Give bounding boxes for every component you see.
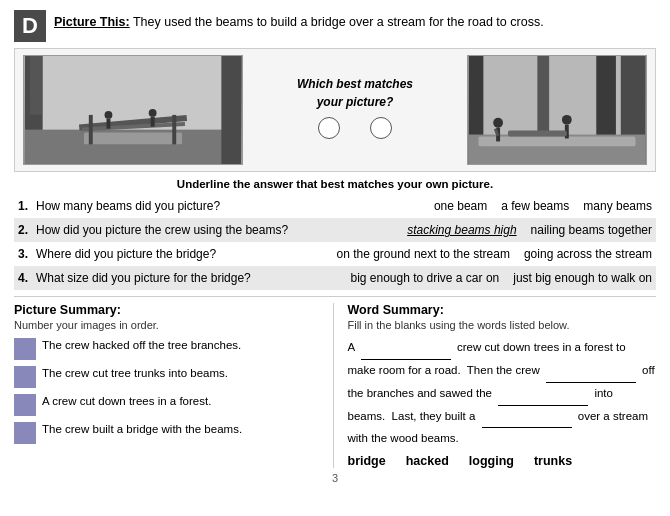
summary-item-text-2: The crew cut tree trunks into beams. [42, 365, 228, 381]
q3-ans2[interactable]: going across the stream [524, 245, 652, 263]
q3-number: 3. [18, 245, 36, 263]
underline-instruction: Underline the answer that best matches y… [14, 178, 656, 190]
question-row-1: 1. How many beams did you picture? one b… [14, 194, 656, 218]
picture-this-label: Picture This: [54, 15, 130, 29]
svg-rect-8 [172, 115, 176, 144]
svg-point-24 [562, 115, 572, 125]
summary-box-3 [14, 394, 36, 416]
q1-text: How many beams did you picture? [36, 197, 426, 215]
word-summary-title: Word Summary: [348, 303, 657, 317]
svg-rect-4 [84, 133, 182, 145]
question-row-3: 3. Where did you picture the bridge? on … [14, 242, 656, 266]
svg-rect-7 [89, 115, 93, 144]
circle-left[interactable] [318, 117, 340, 139]
q1-ans3[interactable]: many beams [583, 197, 652, 215]
header-section: D Picture This: They used the beams to b… [14, 10, 656, 42]
answer-circles [318, 117, 392, 139]
blank-3[interactable] [498, 383, 588, 406]
summary-box-4 [14, 422, 36, 444]
q1-answers: one beam a few beams many beams [434, 197, 652, 215]
svg-point-12 [149, 109, 157, 117]
picture-summary: Picture Summary: Number your images in o… [14, 303, 334, 468]
question-row-2: 2. How did you picture the crew using th… [14, 218, 656, 242]
header-sentence: They used the beams to build a bridge ov… [130, 15, 544, 29]
summary-item-text-1: The crew hacked off the tree branches. [42, 337, 241, 353]
circle-right[interactable] [370, 117, 392, 139]
word-bank-item-2: hacked [406, 454, 449, 468]
page: D Picture This: They used the beams to b… [0, 0, 670, 516]
image-section: Which best matches your picture? [14, 48, 656, 172]
svg-rect-11 [106, 119, 110, 129]
word-summary-text: A crew cut down trees in a forest to mak… [348, 337, 657, 450]
page-number: 3 [14, 472, 656, 484]
q3-text: Where did you picture the bridge? [36, 245, 328, 263]
left-scene-image [23, 55, 243, 165]
which-best-text: Which best matches your picture? [297, 75, 413, 111]
q1-ans2[interactable]: a few beams [501, 197, 569, 215]
q4-number: 4. [18, 269, 36, 287]
word-bank-item-1: bridge [348, 454, 386, 468]
bottom-section: Picture Summary: Number your images in o… [14, 296, 656, 468]
word-bank-item-3: logging [469, 454, 514, 468]
blank-1[interactable] [361, 337, 451, 360]
q4-text: What size did you picture for the bridge… [36, 269, 342, 287]
svg-point-21 [493, 118, 503, 128]
svg-rect-2 [30, 56, 42, 115]
picture-summary-title: Picture Summary: [14, 303, 323, 317]
svg-rect-13 [151, 117, 155, 127]
right-scene-image [467, 55, 647, 165]
word-summary-subtitle: Fill in the blanks using the words liste… [348, 319, 657, 331]
svg-rect-9 [221, 56, 241, 164]
question-row-4: 4. What size did you picture for the bri… [14, 266, 656, 290]
q2-number: 2. [18, 221, 36, 239]
svg-rect-26 [508, 131, 567, 137]
word-bank: bridge hacked logging trunks [348, 454, 657, 468]
q3-answers: on the ground next to the stream going a… [336, 245, 652, 263]
summary-item-text-4: The crew built a bridge with the beams. [42, 421, 242, 437]
q4-ans2[interactable]: just big enough to walk on [513, 269, 652, 287]
q4-ans1[interactable]: big enough to drive a car on [350, 269, 499, 287]
header-text: Picture This: They used the beams to bui… [54, 10, 544, 32]
middle-section: Which best matches your picture? [253, 75, 457, 145]
svg-rect-20 [478, 137, 635, 147]
q1-ans1[interactable]: one beam [434, 197, 487, 215]
word-summary: Word Summary: Fill in the blanks using t… [344, 303, 657, 468]
q2-text: How did you picture the crew using the b… [36, 221, 399, 239]
blank-4[interactable] [482, 406, 572, 429]
section-letter: D [14, 10, 46, 42]
svg-point-10 [105, 111, 113, 119]
picture-summary-subtitle: Number your images in order. [14, 319, 323, 331]
summary-item-1: The crew hacked off the tree branches. [14, 337, 323, 360]
q4-answers: big enough to drive a car on just big en… [350, 269, 652, 287]
q2-ans1[interactable]: stacking beams high [407, 221, 516, 239]
summary-item-3: A crew cut down trees in a forest. [14, 393, 323, 416]
summary-box-1 [14, 338, 36, 360]
summary-item-2: The crew cut tree trunks into beams. [14, 365, 323, 388]
q1-number: 1. [18, 197, 36, 215]
word-bank-item-4: trunks [534, 454, 572, 468]
summary-item-text-3: A crew cut down trees in a forest. [42, 393, 211, 409]
summary-box-2 [14, 366, 36, 388]
questions-section: 1. How many beams did you picture? one b… [14, 194, 656, 290]
summary-item-4: The crew built a bridge with the beams. [14, 421, 323, 444]
q2-answers: stacking beams high nailing beams togeth… [407, 221, 652, 239]
q3-ans1[interactable]: on the ground next to the stream [336, 245, 509, 263]
q2-ans2[interactable]: nailing beams together [531, 221, 652, 239]
blank-2[interactable] [546, 360, 636, 383]
